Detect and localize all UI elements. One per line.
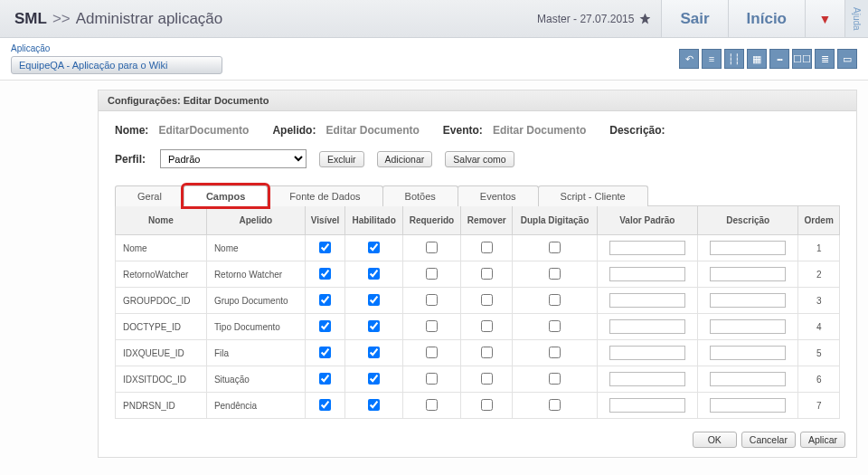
panel-body: Nome: EditarDocumento Apelido: Editar Do… bbox=[99, 111, 856, 424]
adicionar-button[interactable]: Adicionar bbox=[377, 151, 433, 167]
cell: 1 bbox=[798, 235, 840, 261]
tab-script-cliente[interactable]: Script - Cliente bbox=[538, 185, 648, 206]
default-value-input[interactable] bbox=[609, 241, 685, 255]
tab-campos[interactable]: Campos bbox=[184, 185, 268, 206]
cell bbox=[597, 393, 697, 419]
enabled-checkbox[interactable] bbox=[368, 242, 380, 253]
double-entry-checkbox[interactable] bbox=[549, 320, 561, 332]
tab-geral[interactable]: Geral bbox=[115, 185, 184, 206]
cell: 6 bbox=[798, 366, 840, 393]
visible-checkbox[interactable] bbox=[319, 347, 331, 358]
cell bbox=[305, 235, 345, 261]
grid-icon[interactable]: ▦ bbox=[747, 49, 767, 69]
enabled-checkbox[interactable] bbox=[368, 294, 380, 306]
toolbar-icons: ↶≡┆┆▦•••☐☐≣▭ bbox=[679, 49, 857, 69]
remove-checkbox[interactable] bbox=[481, 399, 493, 411]
required-checkbox[interactable] bbox=[426, 294, 438, 306]
default-value-input[interactable] bbox=[609, 346, 685, 360]
cell: Fila bbox=[206, 340, 305, 366]
cell bbox=[305, 366, 345, 393]
sliders-icon[interactable]: ┆┆ bbox=[724, 49, 744, 69]
visible-checkbox[interactable] bbox=[319, 242, 331, 253]
rows-icon[interactable]: ≣ bbox=[815, 49, 835, 69]
required-checkbox[interactable] bbox=[426, 347, 438, 358]
remove-checkbox[interactable] bbox=[481, 268, 493, 280]
cell bbox=[513, 340, 597, 366]
label-icon[interactable]: ▭ bbox=[837, 49, 857, 69]
app-dropdown-button[interactable]: EquipeQA - Aplicação para o Wiki bbox=[11, 56, 222, 74]
undo-icon[interactable]: ↶ bbox=[679, 49, 699, 69]
cell bbox=[513, 314, 597, 340]
apelido-label: Apelido: bbox=[272, 124, 316, 137]
remove-checkbox[interactable] bbox=[481, 320, 493, 332]
double-entry-checkbox[interactable] bbox=[549, 399, 561, 411]
tab-eventos[interactable]: Eventos bbox=[458, 185, 539, 206]
default-value-input[interactable] bbox=[609, 319, 685, 334]
description-input[interactable] bbox=[710, 398, 786, 413]
double-entry-checkbox[interactable] bbox=[549, 347, 561, 358]
remove-checkbox[interactable] bbox=[481, 294, 493, 306]
breadcrumb-sep: >> bbox=[52, 10, 71, 28]
help-button[interactable]: Ajuda bbox=[844, 0, 868, 37]
cell bbox=[698, 235, 798, 261]
remove-checkbox[interactable] bbox=[481, 347, 493, 358]
salvar-como-button[interactable]: Salvar como bbox=[445, 151, 514, 167]
col-header: Habilitado bbox=[345, 206, 402, 235]
layout-icon[interactable]: ☐☐ bbox=[792, 49, 812, 69]
visible-checkbox[interactable] bbox=[319, 399, 331, 411]
ok-button[interactable]: OK bbox=[693, 432, 737, 448]
remove-checkbox[interactable] bbox=[481, 373, 493, 385]
cell bbox=[461, 340, 513, 366]
enabled-checkbox[interactable] bbox=[368, 373, 380, 385]
description-input[interactable] bbox=[710, 372, 786, 386]
info-row: Nome: EditarDocumento Apelido: Editar Do… bbox=[115, 124, 840, 137]
footer-buttons: OK Cancelar Aplicar bbox=[99, 424, 856, 457]
visible-checkbox[interactable] bbox=[319, 373, 331, 385]
cell bbox=[597, 235, 697, 261]
visible-checkbox[interactable] bbox=[319, 294, 331, 306]
home-button[interactable]: Início bbox=[728, 0, 805, 37]
description-input[interactable] bbox=[710, 346, 786, 360]
enabled-checkbox[interactable] bbox=[368, 268, 380, 280]
tab-fonte-de-dados[interactable]: Fonte de Dados bbox=[267, 185, 382, 206]
required-checkbox[interactable] bbox=[426, 320, 438, 332]
cell: IDXSITDOC_ID bbox=[116, 366, 207, 393]
default-value-input[interactable] bbox=[609, 372, 685, 386]
cell bbox=[513, 288, 597, 314]
required-checkbox[interactable] bbox=[426, 242, 438, 253]
enabled-checkbox[interactable] bbox=[368, 320, 380, 332]
visible-checkbox[interactable] bbox=[319, 320, 331, 332]
enabled-checkbox[interactable] bbox=[368, 347, 380, 358]
default-value-input[interactable] bbox=[609, 398, 685, 413]
logout-button[interactable]: Sair bbox=[661, 0, 727, 37]
double-entry-checkbox[interactable] bbox=[549, 268, 561, 280]
remove-checkbox[interactable] bbox=[481, 242, 493, 253]
double-entry-checkbox[interactable] bbox=[549, 294, 561, 306]
description-input[interactable] bbox=[710, 267, 786, 281]
default-value-input[interactable] bbox=[609, 267, 685, 281]
visible-checkbox[interactable] bbox=[319, 268, 331, 280]
double-entry-checkbox[interactable] bbox=[549, 242, 561, 253]
cell bbox=[402, 235, 460, 261]
description-input[interactable] bbox=[710, 241, 786, 255]
cell: Tipo Documento bbox=[206, 314, 305, 340]
cell bbox=[402, 288, 460, 314]
list-icon[interactable]: ≡ bbox=[702, 49, 722, 69]
required-checkbox[interactable] bbox=[426, 399, 438, 411]
required-checkbox[interactable] bbox=[426, 373, 438, 385]
tab-bot-es[interactable]: Botões bbox=[382, 185, 458, 206]
double-entry-checkbox[interactable] bbox=[549, 373, 561, 385]
enabled-checkbox[interactable] bbox=[368, 399, 380, 411]
menu-dropdown-button[interactable]: ▼ bbox=[805, 0, 844, 37]
default-value-input[interactable] bbox=[609, 293, 685, 308]
description-input[interactable] bbox=[710, 319, 786, 334]
cancel-button[interactable]: Cancelar bbox=[741, 432, 796, 448]
excluir-button[interactable]: Excluir bbox=[319, 151, 364, 167]
apply-button[interactable]: Aplicar bbox=[800, 432, 845, 448]
perfil-select[interactable]: Padrão bbox=[160, 149, 307, 168]
status-icon[interactable]: ••• bbox=[769, 49, 789, 69]
description-input[interactable] bbox=[710, 293, 786, 308]
app-bar: Aplicação EquipeQA - Aplicação para o Wi… bbox=[0, 38, 868, 81]
col-header: Nome bbox=[116, 206, 207, 235]
required-checkbox[interactable] bbox=[426, 268, 438, 280]
